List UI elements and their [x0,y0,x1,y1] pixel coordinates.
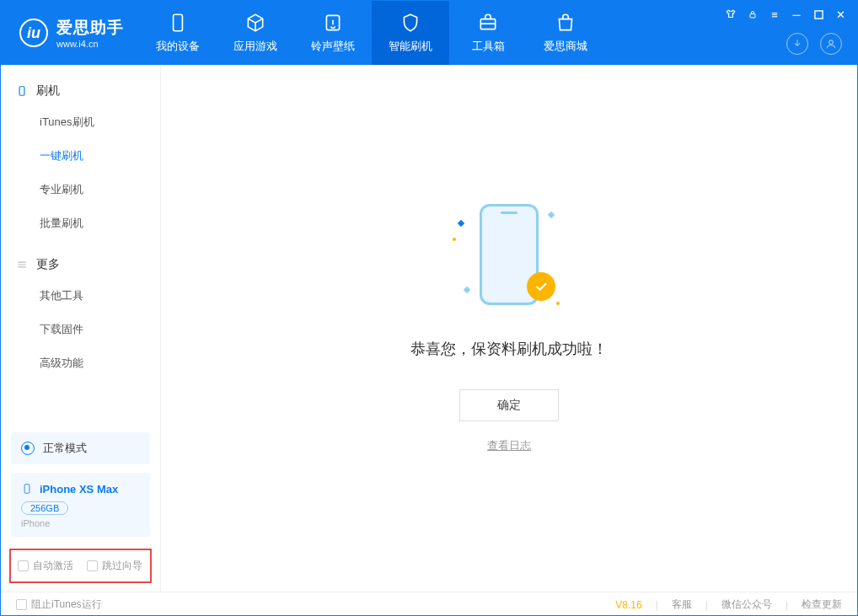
checkbox-skip-guide[interactable]: 跳过向导 [87,559,142,573]
shield-icon [400,12,421,34]
lock-icon[interactable] [746,8,759,21]
device-card[interactable]: iPhone XS Max 256GB iPhone [11,473,150,537]
cube-icon [244,12,266,34]
main-content: 恭喜您，保资料刷机成功啦！ 确定 查看日志 [161,65,857,592]
tshirt-icon[interactable] [724,8,737,21]
tab-toolbox[interactable]: 工具箱 [449,1,527,65]
menu-icon[interactable]: ≡ [768,8,781,21]
sidebar-item-download-firmware[interactable]: 下载固件 [40,313,160,346]
tab-my-device[interactable]: 我的设备 [139,1,217,65]
svg-rect-0 [174,14,183,31]
checkbox-icon [87,560,98,571]
app-logo: iu 爱思助手 www.i4.cn [1,17,139,49]
device-type: iPhone [21,518,140,528]
highlighted-options: 自动激活 跳过向导 [9,549,152,583]
maximize-button[interactable] [812,8,825,21]
footer: 阻止iTunes运行 V8.16 | 客服 | 微信公众号 | 检查更新 [1,592,857,616]
sidebar-item-oneclick-flash[interactable]: 一键刷机 [40,139,160,173]
svg-rect-7 [24,485,29,494]
music-icon [322,12,344,34]
sidebar: 刷机 iTunes刷机 一键刷机 专业刷机 批量刷机 更多 其他工具 下载固件 … [1,65,161,592]
download-icon[interactable] [786,33,808,55]
checkbox-block-itunes[interactable]: 阻止iTunes运行 [16,597,102,612]
logo-icon: iu [19,19,48,47]
mode-card[interactable]: 正常模式 [11,432,150,464]
view-log-link[interactable]: 查看日志 [487,438,531,453]
svg-rect-3 [750,14,755,19]
tab-ringtones[interactable]: 铃声壁纸 [294,1,372,65]
success-illustration [454,204,564,313]
sidebar-item-advanced[interactable]: 高级功能 [40,346,160,380]
device-icon [167,12,189,34]
checkbox-auto-activate[interactable]: 自动激活 [18,559,73,573]
checkbox-icon [16,599,27,610]
sidebar-group-flash: 刷机 [1,77,160,105]
svg-rect-6 [19,87,24,96]
version-label: V8.16 [615,599,641,611]
toolbox-icon [477,12,499,34]
list-icon [16,259,28,271]
app-title: 爱思助手 [56,17,124,39]
tab-apps[interactable]: 应用游戏 [217,1,294,65]
app-subtitle: www.i4.cn [56,39,124,49]
user-icon[interactable] [820,33,842,55]
footer-wechat[interactable]: 微信公众号 [721,597,772,612]
header-actions [786,33,842,55]
footer-check-update[interactable]: 检查更新 [802,597,842,612]
bag-icon [555,12,576,34]
tab-store[interactable]: 爱思商城 [527,1,604,65]
sidebar-item-itunes-flash[interactable]: iTunes刷机 [40,105,160,139]
footer-customer-service[interactable]: 客服 [672,597,692,612]
checkbox-icon [18,560,29,571]
main-tabs: 我的设备 应用游戏 铃声壁纸 智能刷机 工具箱 爱思商城 [139,1,604,65]
ok-button[interactable]: 确定 [459,389,559,421]
device-capacity: 256GB [21,501,68,515]
sidebar-item-batch-flash[interactable]: 批量刷机 [40,206,160,240]
success-message: 恭喜您，保资料刷机成功啦！ [410,339,608,359]
svg-point-5 [829,40,834,45]
close-button[interactable]: ✕ [834,8,847,21]
sidebar-item-other-tools[interactable]: 其他工具 [40,279,160,313]
tab-flash[interactable]: 智能刷机 [372,1,449,65]
minimize-button[interactable]: ─ [790,8,803,21]
phone-icon [21,481,33,496]
sidebar-group-more: 更多 [1,250,160,279]
mode-icon [21,442,35,455]
window-controls: ≡ ─ ✕ [724,8,847,21]
check-icon [527,272,555,301]
phone-icon [16,85,28,97]
svg-rect-4 [814,10,822,18]
header: iu 爱思助手 www.i4.cn 我的设备 应用游戏 铃声壁纸 智能刷机 工具… [1,1,857,65]
sidebar-item-pro-flash[interactable]: 专业刷机 [40,173,160,206]
